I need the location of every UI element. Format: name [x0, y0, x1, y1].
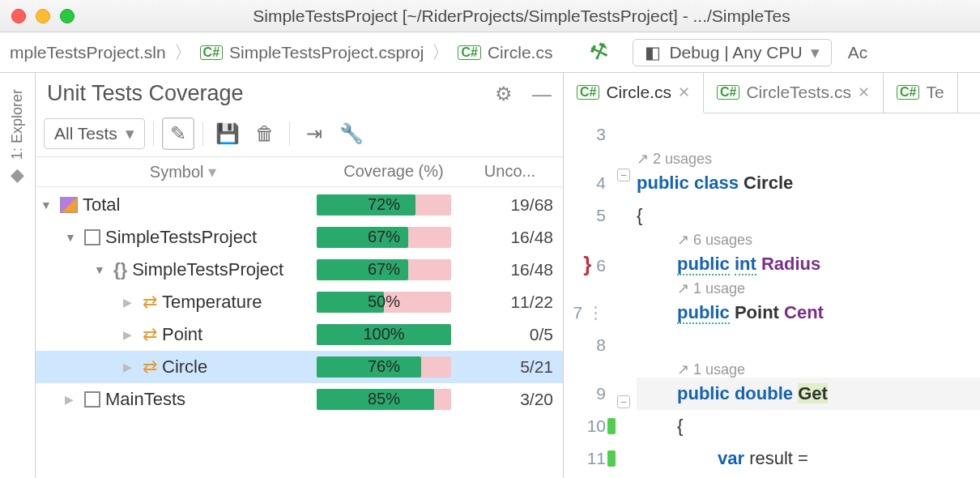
- code-editor[interactable]: 3 4 5 } 6 7 ⋮ 8 9 10 11 12 13 – – –: [564, 113, 980, 478]
- fold-column: – – –: [612, 113, 637, 478]
- chevron-right-icon[interactable]: ▶: [123, 296, 138, 309]
- fold-dots-icon: ⋮: [587, 303, 606, 322]
- panel-toolbar: All Tests ▾ ✎ 💾 🗑 ⇥ 🔧: [36, 113, 563, 156]
- config-icon: ◧: [645, 43, 661, 62]
- row-label: MainTests: [105, 389, 185, 410]
- crumb-file[interactable]: Circle.cs: [488, 43, 553, 62]
- table-row[interactable]: ▼Total 72% 19/68: [36, 189, 563, 221]
- csharp-file-icon: C#: [717, 85, 739, 100]
- usages-hint[interactable]: 1 usage: [637, 280, 980, 297]
- save-icon[interactable]: 💾: [211, 117, 244, 150]
- col-uncovered[interactable]: Unco...: [467, 162, 553, 181]
- truncated-button[interactable]: Ac: [848, 43, 868, 62]
- row-uncovered: 19/68: [457, 195, 553, 215]
- table-row[interactable]: ▼{}SimpleTestsProject 67% 16/48: [36, 254, 563, 286]
- namespace-icon: {}: [113, 259, 127, 280]
- row-uncovered: 3/20: [457, 390, 553, 409]
- csproj-icon: C#: [200, 45, 223, 60]
- build-hammer-icon[interactable]: ⚒: [586, 37, 612, 67]
- panel-header: Unit Tests Coverage ⚙ —: [36, 73, 563, 113]
- row-uncovered: 5/21: [457, 357, 553, 377]
- crumb-csproj[interactable]: SimpleTestsProject.csproj: [229, 43, 424, 62]
- title-bar: SimpleTestsProject [~/RiderProjects/Simp…: [0, 0, 980, 32]
- chevron-right-icon[interactable]: ▶: [123, 328, 138, 341]
- separator: [153, 122, 154, 146]
- chevron-right-icon: 〉: [174, 41, 192, 65]
- tab-circletests[interactable]: C#CircleTests.cs✕: [704, 73, 884, 113]
- highlight-icon[interactable]: ✎: [162, 117, 194, 150]
- row-label: Point: [162, 324, 202, 345]
- usages-hint[interactable]: 6 usages: [637, 232, 980, 248]
- fold-toggle-icon[interactable]: –: [617, 169, 630, 181]
- wrench-icon[interactable]: 🔧: [335, 117, 368, 150]
- source-code[interactable]: 2 usages public class Circle { 6 usages …: [637, 113, 980, 478]
- row-uncovered: 16/48: [457, 260, 553, 280]
- table-row[interactable]: ▶⇄Circle 76% 5/21: [36, 351, 563, 383]
- current-line: public double Get: [637, 378, 980, 410]
- editor-area: C#Circle.cs✕ C#CircleTests.cs✕ C#Te 3 4 …: [564, 73, 980, 478]
- table-row[interactable]: ▶MainTests 85% 3/20: [36, 383, 563, 416]
- explorer-tool-button[interactable]: 1: Explorer: [9, 89, 26, 160]
- close-icon[interactable]: ✕: [858, 83, 870, 101]
- usages-hint[interactable]: 1 usage: [637, 361, 980, 378]
- minimize-icon[interactable]: [36, 9, 50, 23]
- csharp-file-icon: C#: [577, 85, 599, 100]
- tab-circle[interactable]: C#Circle.cs✕: [564, 73, 704, 113]
- close-icon[interactable]: ✕: [678, 83, 690, 101]
- chevron-right-icon[interactable]: ▶: [123, 361, 138, 373]
- close-icon[interactable]: [11, 9, 26, 23]
- window-title: SimpleTestsProject [~/RiderProjects/Simp…: [75, 6, 969, 26]
- tab-truncated[interactable]: C#Te: [884, 73, 958, 113]
- row-uncovered: 0/5: [457, 325, 553, 344]
- chevron-down-icon[interactable]: ▼: [40, 198, 55, 211]
- col-coverage[interactable]: Coverage (%): [321, 162, 467, 181]
- filter-label: All Tests: [54, 124, 117, 143]
- main-area: 1: Explorer ◆ Unit Tests Coverage ⚙ — Al…: [0, 73, 980, 478]
- row-uncovered: 16/48: [457, 228, 553, 247]
- class-icon: ⇄: [143, 324, 157, 345]
- usages-hint[interactable]: 2 usages: [637, 151, 980, 167]
- left-rail: 1: Explorer ◆: [0, 73, 36, 478]
- minimize-panel-icon[interactable]: —: [532, 83, 552, 105]
- gutter: 3 4 5 } 6 7 ⋮ 8 9 10 11 12 13: [564, 113, 612, 478]
- class-icon: ⇄: [143, 356, 157, 378]
- chevron-down-icon: ▾: [811, 43, 820, 62]
- coverage-panel: Unit Tests Coverage ⚙ — All Tests ▾ ✎ 💾 …: [36, 73, 564, 478]
- separator: [202, 122, 203, 146]
- run-config-select[interactable]: ◧ Debug | Any CPU ▾: [633, 39, 831, 66]
- breadcrumb-row: mpleTestsProject.sln 〉 C# SimpleTestsPro…: [0, 32, 980, 73]
- chevron-down-icon[interactable]: ▼: [94, 263, 109, 276]
- delete-icon[interactable]: 🗑: [249, 117, 281, 150]
- config-label: Debug | Any CPU: [669, 43, 802, 62]
- total-icon: [60, 197, 78, 213]
- crumb-sln[interactable]: mpleTestsProject.sln: [10, 43, 166, 62]
- module-icon: [84, 391, 100, 408]
- gear-icon[interactable]: ⚙: [495, 83, 513, 105]
- table-row[interactable]: ▶⇄Temperature 50% 11/22: [36, 286, 563, 318]
- structure-icon[interactable]: ◆: [11, 164, 24, 186]
- csharp-file-icon: C#: [897, 85, 919, 100]
- breadcrumb[interactable]: mpleTestsProject.sln 〉 C# SimpleTestsPro…: [5, 41, 557, 65]
- column-headers: Symbol ▾ Coverage (%) Unco...: [36, 156, 563, 187]
- module-icon: [84, 229, 100, 245]
- row-label: SimpleTestsProject: [132, 259, 283, 280]
- row-label: Temperature: [162, 292, 262, 313]
- table-row[interactable]: ▼SimpleTestsProject 67% 16/48: [36, 221, 563, 254]
- separator: [289, 122, 290, 146]
- brace-icon: }: [583, 252, 591, 276]
- window-controls: [11, 9, 75, 23]
- chevron-right-icon[interactable]: ▶: [65, 393, 79, 406]
- class-icon: ⇄: [143, 292, 157, 313]
- maximize-icon[interactable]: [60, 9, 75, 23]
- coverage-tree: ▼Total 72% 19/68 ▼SimpleTestsProject 67%…: [36, 187, 563, 416]
- table-row[interactable]: ▶⇄Point 100% 0/5: [36, 318, 563, 351]
- row-label: Circle: [162, 356, 207, 378]
- panel-title: Unit Tests Coverage: [47, 81, 244, 106]
- col-symbol[interactable]: Symbol ▾: [45, 162, 321, 181]
- chevron-down-icon[interactable]: ▼: [65, 231, 79, 244]
- coverage-filter-select[interactable]: All Tests ▾: [44, 118, 145, 149]
- chevron-right-icon: 〉: [432, 41, 450, 65]
- fold-toggle-icon[interactable]: –: [617, 395, 630, 408]
- chevron-down-icon: ▾: [126, 124, 134, 143]
- collapse-icon[interactable]: ⇥: [298, 117, 330, 150]
